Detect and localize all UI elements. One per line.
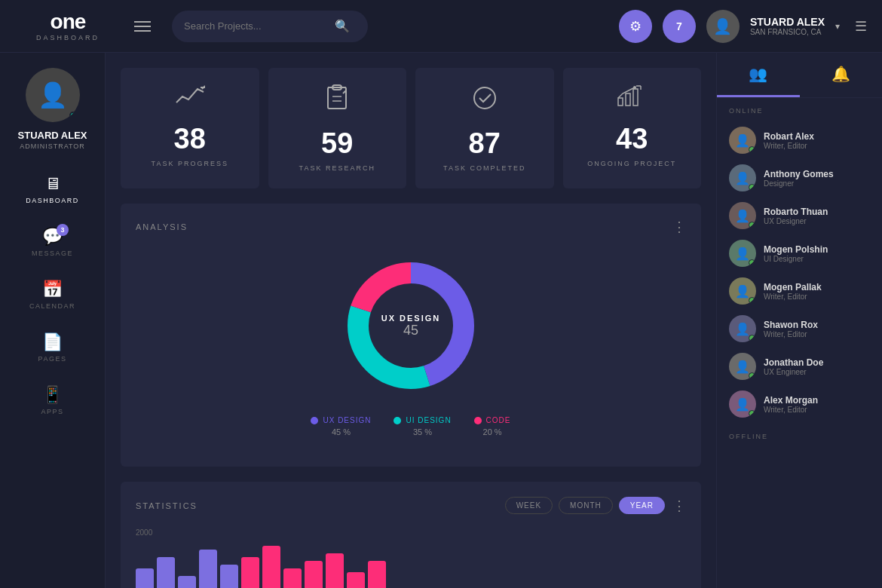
year-button[interactable]: YEAR	[619, 497, 665, 514]
legend-ux-design: UX DESIGN 45 %	[311, 416, 371, 436]
tab-notifications[interactable]: 🔔	[800, 53, 883, 97]
status-dot	[749, 410, 755, 417]
donut-container: UX DESIGN 45 UX DESIGN 45 %	[136, 243, 686, 452]
ongoing-project-number: 43	[616, 123, 648, 155]
logo-area: one DASHBOARD	[15, 11, 121, 41]
sidebar-item-message[interactable]: 💬 3 MESSAGE	[0, 218, 105, 266]
sidebar-item-apps[interactable]: 📱 APPS	[0, 376, 105, 424]
stat-cards: 38 TASK PROGRESS 59 TASK RESEAR	[121, 68, 701, 188]
user-item-name: Robart Alex	[764, 131, 814, 142]
avatar: 👤	[729, 353, 756, 380]
status-dot	[749, 335, 755, 341]
logo-sub: DASHBOARD	[36, 34, 100, 41]
main-layout: 👤 STUARD ALEX ADMINISTRATOR 🖥 DASHBOARD …	[0, 53, 882, 588]
donut-center-label: UX DESIGN	[381, 314, 441, 323]
logo-text: one	[51, 11, 86, 32]
avatar: 👤	[729, 164, 756, 191]
hamburger-menu[interactable]	[128, 15, 157, 38]
analysis-more-button[interactable]: ⋮	[672, 219, 686, 235]
list-item: 👤 Anthony Gomes Designer	[729, 160, 870, 196]
user-item-name: Mogen Polshin	[764, 244, 828, 255]
user-avatar: 👤	[706, 10, 740, 43]
task-completed-label: TASK COMPLETED	[443, 164, 525, 172]
task-research-number: 59	[321, 127, 353, 160]
task-completed-icon	[471, 84, 498, 117]
pages-icon: 📄	[42, 332, 63, 352]
task-progress-number: 38	[174, 123, 206, 155]
user-item-role: Writer, Editor	[764, 330, 818, 338]
calendar-icon: 📅	[42, 280, 63, 299]
list-item: 👤 Jonathan Doe UX Engineer	[729, 348, 870, 384]
status-dot	[749, 184, 755, 191]
sidebar-item-dashboard[interactable]: 🖥 DASHBOARD	[0, 165, 105, 213]
people-icon: 👥	[749, 65, 767, 83]
apps-icon: 📱	[42, 385, 63, 405]
status-dot	[749, 297, 755, 304]
user-item-name: Anthony Gomes	[764, 169, 834, 179]
code-dot	[474, 417, 482, 424]
status-dot	[749, 222, 755, 228]
statistics-more-button[interactable]: ⋮	[672, 498, 686, 514]
topnav-menu-icon[interactable]: ☰	[855, 18, 867, 35]
user-item-role: Writer, Editor	[764, 142, 814, 150]
user-details: Mogen Polshin UI Designer	[764, 244, 828, 263]
user-item-name: Mogen Pallak	[764, 282, 822, 292]
avatar: 👤	[729, 202, 756, 229]
period-buttons: WEEK MONTH YEAR	[505, 497, 665, 514]
bar-9	[305, 561, 323, 588]
week-button[interactable]: WEEK	[505, 497, 553, 514]
chart-legend: UX DESIGN 45 % UI DESIGN 35 %	[311, 416, 510, 436]
user-details: Jonathan Doe UX Engineer	[764, 357, 823, 376]
bar-2	[157, 557, 175, 588]
message-icon: 💬 3	[42, 227, 63, 247]
sidebar-item-pages[interactable]: 📄 PAGES	[0, 323, 105, 372]
search-input[interactable]	[184, 20, 335, 32]
legend-ui-design: UI DESIGN 35 %	[394, 416, 451, 436]
statistics-panel: STATISTICS WEEK MONTH YEAR ⋮ 2000	[121, 482, 701, 588]
user-details: Mogen Pallak Writer, Editor	[764, 282, 822, 301]
sidebar-item-calendar[interactable]: 📅 CALENDAR	[0, 271, 105, 319]
task-completed-number: 87	[469, 127, 501, 160]
task-progress-label: TASK PROGRESS	[152, 160, 228, 167]
user-name: STUARD ALEX	[750, 16, 825, 28]
bar-chart	[136, 538, 686, 588]
topnav-right: ⚙ 7 👤 STUARD ALEX SAN FRANSICO, CA ▾ ☰	[619, 10, 867, 43]
list-item: 👤 Robarto Thuan UX Designer	[729, 198, 870, 234]
chevron-down-icon[interactable]: ▾	[835, 21, 840, 32]
bell-icon: 🔔	[831, 65, 850, 83]
legend-code: CODE 20 %	[474, 416, 511, 436]
tab-people[interactable]: 👥	[717, 53, 800, 97]
analysis-title: ANALYSIS	[136, 222, 188, 231]
stat-card-ongoing-project: 43 ONGOING PROJECT	[563, 68, 702, 188]
message-badge: 3	[57, 224, 69, 236]
svg-rect-11	[626, 93, 630, 106]
user-item-role: UI Designer	[764, 255, 828, 263]
ongoing-project-label: ONGOING PROJECT	[587, 160, 676, 167]
stat-card-task-research: 59 TASK RESEARCH	[268, 68, 407, 188]
topnav: one DASHBOARD 🔍 ⚙ 7 👤 STUARD ALEX SAN FR…	[0, 0, 882, 53]
svg-rect-10	[618, 98, 623, 106]
avatar: 👤	[729, 315, 756, 342]
sidebar: 👤 STUARD ALEX ADMINISTRATOR 🖥 DASHBOARD …	[0, 53, 106, 588]
online-label: ONLINE	[729, 107, 870, 115]
donut-label: UX DESIGN 45	[381, 314, 441, 338]
user-item-role: Writer, Editor	[764, 406, 818, 414]
bar-7	[262, 546, 280, 588]
ux-design-label: UX DESIGN	[323, 416, 371, 424]
notification-button[interactable]: 7	[663, 10, 696, 43]
gear-icon: ⚙	[629, 18, 642, 35]
user-info: STUARD ALEX SAN FRANSICO, CA	[750, 16, 825, 36]
sidebar-avatar: 👤	[26, 68, 80, 122]
dashboard-icon: 🖥	[44, 174, 61, 194]
status-dot	[749, 372, 755, 379]
list-item: 👤 Mogen Pallak Writer, Editor	[729, 273, 870, 309]
bar-8	[283, 568, 302, 588]
list-item: 👤 Robart Alex Writer, Editor	[729, 122, 870, 158]
right-panel: 👥 🔔 ONLINE 👤 Robart Alex Writer, Editor …	[716, 53, 882, 588]
sidebar-username: STUARD ALEX	[18, 130, 87, 141]
bar-1	[136, 568, 154, 588]
search-icon[interactable]: 🔍	[335, 19, 350, 33]
settings-button[interactable]: ⚙	[619, 10, 652, 43]
analysis-header: ANALYSIS ⋮	[136, 219, 686, 235]
month-button[interactable]: MONTH	[559, 497, 613, 514]
